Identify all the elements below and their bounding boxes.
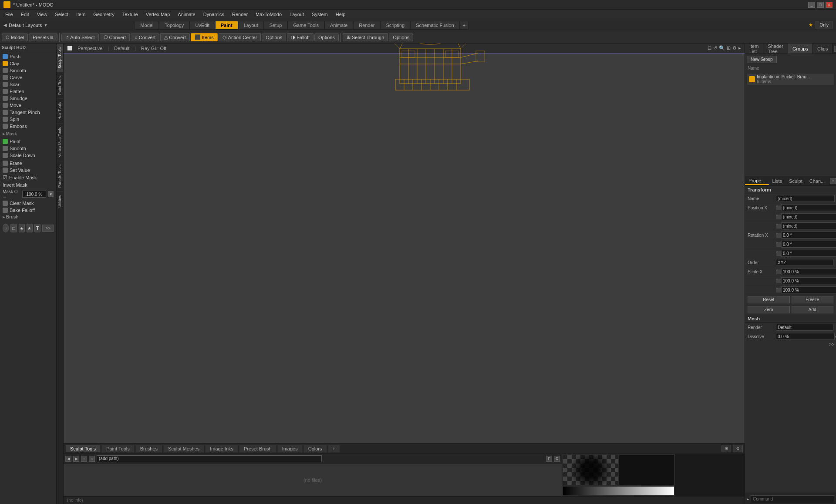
viewport-ctrl-4[interactable]: ⊞ [727,45,731,51]
freeze-button[interactable]: Freeze [792,296,834,303]
tool-flatten[interactable]: Flatten [0,88,56,95]
select-through-button[interactable]: ⊞ Select Through [343,33,388,41]
close-button[interactable]: ✕ [826,2,833,8]
model-button[interactable]: ⬡ Model [2,34,28,41]
bake-falloff-button[interactable]: Bake Falloff [0,207,56,214]
tab-layout[interactable]: Layout [238,21,264,30]
mask-paint-tool[interactable]: Paint [0,138,56,145]
brush-text-button[interactable]: T [34,224,40,232]
viewport-ctrl-6[interactable]: ▸ [738,45,741,51]
prop-order-dropdown[interactable]: XYZ XZY YXZ YZX ZXY ZYX [776,259,833,266]
invert-mask-button[interactable]: Invert Mask [0,181,56,188]
side-tab-paint-tools[interactable]: Paint Tools [57,72,63,98]
bottom-expand-button[interactable]: ⊞ [721,445,731,452]
path-settings-button[interactable]: ⚙ [554,456,560,462]
bottom-tab-brushes[interactable]: Brushes [135,445,162,453]
zero-button[interactable]: Zero [748,306,790,313]
tool-scar[interactable]: Scar [0,81,56,88]
menu-animate[interactable]: Animate [174,11,199,18]
viewport-ctrl-5[interactable]: ⚙ [732,45,737,51]
menu-help[interactable]: Help [332,11,349,18]
bottom-tab-image-inks[interactable]: Image Inks [205,445,238,453]
tab-model[interactable]: Model [135,21,159,30]
tab-schematic-fusion[interactable]: Schematic Fusion [410,21,459,30]
side-tab-sculpt-tools[interactable]: Sculpt Tools [57,44,63,72]
brush-style-button[interactable]: ◈ [19,224,25,232]
prop-position-y-input[interactable] [781,213,836,220]
menu-maxtomodo[interactable]: MaxToModo [252,11,285,18]
mask-opacity-decrease-button[interactable]: ▼ [48,191,54,197]
prop-rotation-x-input[interactable] [781,232,836,239]
menu-view[interactable]: View [34,11,51,18]
tab-topology[interactable]: Topology [159,21,189,30]
options-button-3[interactable]: Options [389,34,413,41]
convert-button-2[interactable]: ○ Convert [131,34,159,41]
path-back-button[interactable]: ◀ [65,456,71,462]
side-tab-hair-tools[interactable]: Hair Tools [57,98,63,123]
tool-smudge[interactable]: Smudge [0,95,56,102]
bottom-tab-paint-tools[interactable]: Paint Tools [101,445,135,453]
right-tab-add-button[interactable]: + [834,46,836,52]
menu-dynamics[interactable]: Dynamics [200,11,228,18]
path-forward-button[interactable]: ▶ [73,456,79,462]
bottom-tab-colors[interactable]: Colors [303,445,327,453]
brush-square-button[interactable]: □ [10,224,17,232]
viewport-ctrl-2[interactable]: ↺ [713,45,717,51]
tab-uvedit[interactable]: UvEdit [189,21,215,30]
action-center-button[interactable]: ◎ Action Center [219,33,261,41]
mask-smooth-tool[interactable]: Smooth [0,145,56,152]
tool-move[interactable]: Move [0,102,56,109]
props-tab-channels[interactable]: Chan... [806,178,828,185]
prop-rotation-y-input[interactable] [781,241,836,248]
side-tab-vertex-map-tools[interactable]: Vertex Map Tools [57,123,63,161]
menu-texture[interactable]: Texture [119,11,142,18]
path-filter-button[interactable]: F [546,456,552,462]
mask-opacity-input[interactable] [22,191,46,198]
bottom-settings-button[interactable]: ⚙ [733,445,743,452]
maximize-button[interactable]: □ [817,2,824,8]
options-button-2[interactable]: Options [314,34,339,41]
minimize-button[interactable]: _ [808,2,815,8]
new-group-button[interactable]: New Group [747,56,777,63]
side-tab-particle-tools[interactable]: Particle Tools [57,161,63,191]
viewport-ctrl-3[interactable]: 🔍 [719,45,725,51]
menu-edit[interactable]: Edit [17,11,33,18]
clear-mask-button[interactable]: Clear Mask [0,200,56,207]
bottom-tab-preset-brush[interactable]: Preset Brush [239,445,276,453]
prop-position-z-input[interactable] [781,222,836,229]
falloff-button[interactable]: ◑ Falloff [287,33,314,41]
brush-section-header[interactable]: ▸ Brush [0,214,56,220]
tool-smooth[interactable]: Smooth [0,67,56,74]
convert-button-1[interactable]: ⬡ Convert [100,33,130,41]
presets-button[interactable]: Presets ▤ [29,34,57,41]
set-value-tool[interactable]: Set Value [0,167,56,174]
erase-tool[interactable]: Erase [0,160,56,167]
command-input[interactable] [751,495,834,503]
viewport[interactable]: ⬜ Perspective | Default | Ray GL: Off ⊟ … [64,44,745,443]
menu-vertex-map[interactable]: Vertex Map [142,11,174,18]
enable-mask-checkbox[interactable]: ☑ Enable Mask [0,174,56,181]
prop-dissolve-input[interactable] [776,333,835,340]
tab-paint[interactable]: Paint [215,21,238,30]
bottom-tab-sculpt-meshes[interactable]: Sculpt Meshes [163,445,204,453]
add-layout-button[interactable]: + [460,21,469,30]
right-tab-clips[interactable]: Clips [813,44,833,54]
only-button[interactable]: Only [816,21,833,29]
expand-all-button[interactable]: >> [829,342,834,347]
side-tab-utilities[interactable]: Utilities [57,191,63,211]
tab-animate[interactable]: Animate [324,21,353,30]
items-button[interactable]: ⬛ Items [191,33,218,41]
mask-section-header[interactable]: ▸ Mask [0,131,56,137]
auto-select-button[interactable]: ↺ Auto Select [61,34,98,41]
path-home-button[interactable]: ⌂ [89,456,95,462]
convert-button-3[interactable]: △ Convert [160,33,190,41]
tool-push[interactable]: Push [0,53,56,60]
layout-label[interactable]: Default Layouts [9,23,42,28]
layout-arrow[interactable]: ◀ [3,23,7,27]
menu-layout[interactable]: Layout [286,11,307,18]
add-button[interactable]: Add [792,306,834,313]
menu-render[interactable]: Render [229,11,251,18]
tab-render[interactable]: Render [353,21,380,30]
path-input[interactable] [97,455,322,462]
group-item[interactable]: Implantinox_Pocket_Brau... 6 Items [747,73,834,85]
